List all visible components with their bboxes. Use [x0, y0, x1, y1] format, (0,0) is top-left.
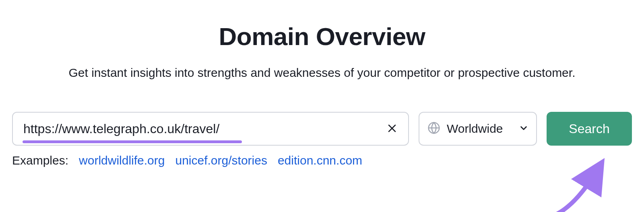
region-label: Worldwide: [447, 122, 513, 136]
region-select[interactable]: Worldwide: [419, 112, 537, 146]
globe-icon: [427, 121, 440, 136]
clear-input-button[interactable]: [385, 121, 399, 136]
chevron-down-icon: [519, 123, 528, 134]
page-title: Domain Overview: [219, 22, 425, 51]
close-icon: [387, 123, 397, 134]
example-link[interactable]: edition.cnn.com: [278, 154, 362, 167]
page-subtitle: Get instant insights into strengths and …: [69, 66, 576, 80]
search-row: Worldwide Search: [12, 112, 632, 146]
search-button[interactable]: Search: [547, 112, 632, 146]
examples-row: Examples: worldwildlife.org unicef.org/s…: [12, 154, 632, 167]
search-button-label: Search: [569, 121, 609, 136]
example-link[interactable]: worldwildlife.org: [79, 154, 165, 167]
example-link[interactable]: unicef.org/stories: [175, 154, 267, 167]
domain-input[interactable]: [12, 112, 409, 146]
examples-label: Examples:: [12, 154, 68, 167]
